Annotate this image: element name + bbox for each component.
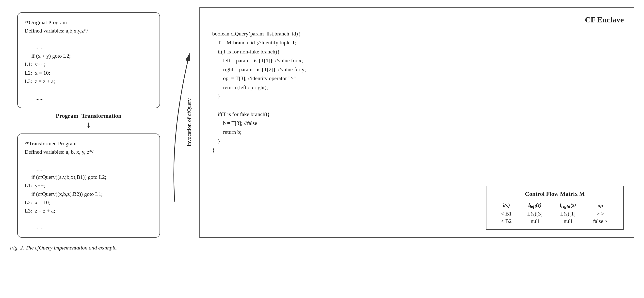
curved-arrow-svg xyxy=(168,8,200,238)
matrix-cell-b2-i: < B2 xyxy=(494,217,519,225)
matrix-row-b1: < B1 L(s)[3] L(s)[1] > > xyxy=(494,210,616,217)
transform-label: Program | Transformation xyxy=(56,113,122,119)
matrix-header-op: op xyxy=(585,201,616,210)
matrix-table: i(s) ileft(s) iright(s) op < B1 L(s)[3] … xyxy=(494,201,616,225)
matrix-header-iright: iright(s) xyxy=(551,201,585,210)
control-flow-matrix-box: Control Flow Matrix M i(s) ileft(s) irig… xyxy=(486,186,624,230)
main-diagram: /*Original Program Defined variables: a,… xyxy=(10,8,634,238)
matrix-header-i: i(s) xyxy=(494,201,519,210)
cf-enclave-title: CF Enclave xyxy=(212,15,624,24)
matrix-row-b2: < B2 null null false > xyxy=(494,217,616,225)
transform-arrow-area: Program | Transformation ↓ xyxy=(17,113,160,129)
matrix-cell-b2-op: false > xyxy=(585,217,616,225)
matrix-title: Control Flow Matrix M xyxy=(494,191,616,197)
original-program-box: /*Original Program Defined variables: a,… xyxy=(17,12,160,108)
original-program-code: /*Original Program Defined variables: a,… xyxy=(24,18,153,102)
left-panel: /*Original Program Defined variables: a,… xyxy=(10,8,168,238)
invocation-label: Invocation of cfQuery xyxy=(186,99,192,147)
matrix-cell-b1-op: > > xyxy=(585,210,616,217)
transformation-label: Transformation xyxy=(82,113,121,119)
matrix-cell-b1-i: < B1 xyxy=(494,210,519,217)
matrix-cell-b2-right: null xyxy=(551,217,585,225)
arrow-connector-area: Invocation of cfQuery xyxy=(168,8,200,238)
transformed-program-code: /*Transformed Program Defined variables:… xyxy=(24,139,153,232)
program-label: Program xyxy=(56,113,78,119)
down-arrow-icon: ↓ xyxy=(86,120,91,129)
matrix-cell-b1-right: L(s)[1] xyxy=(551,210,585,217)
pipe-separator: | xyxy=(79,113,80,119)
matrix-header-ileft: ileft(s) xyxy=(519,201,551,210)
cf-query-code: boolean cfQuery(param_list,branch_id){ T… xyxy=(212,29,624,173)
matrix-cell-b1-left: L(s)[3] xyxy=(519,210,551,217)
matrix-cell-b2-left: null xyxy=(519,217,551,225)
matrix-header-row: i(s) ileft(s) iright(s) op xyxy=(494,201,616,210)
fig-caption: Fig. 2. The cfQuery implementation and e… xyxy=(10,244,634,251)
transformed-program-box: /*Transformed Program Defined variables:… xyxy=(17,133,160,238)
cf-code-pre: boolean cfQuery(param_list,branch_id){ T… xyxy=(212,29,624,154)
right-panel: CF Enclave boolean cfQuery(param_list,br… xyxy=(200,8,634,238)
